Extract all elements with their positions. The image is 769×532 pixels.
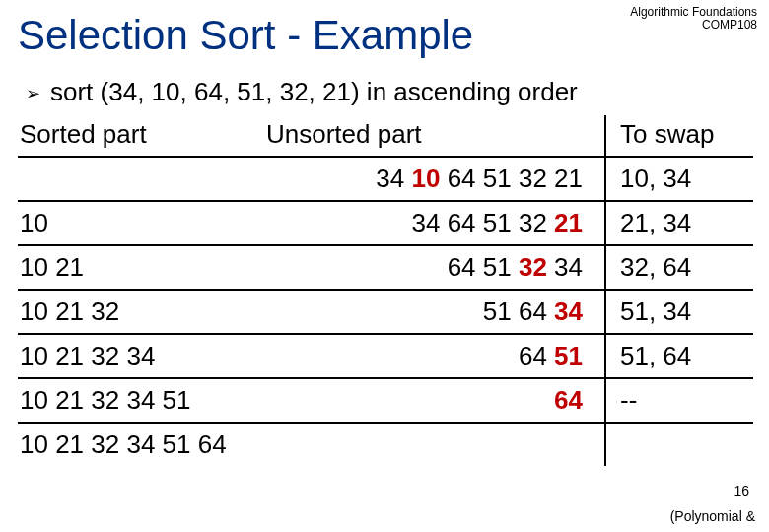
sorted-cell: 10 21	[18, 245, 264, 290]
slide-subtitle: ➢sort (34, 10, 64, 51, 32, 21) in ascend…	[0, 59, 769, 115]
unsorted-cell: 51 64 34	[264, 290, 605, 334]
unsorted-cell: 34 10 64 51 32 21	[264, 157, 605, 201]
col-sorted: Sorted part	[18, 115, 264, 157]
swap-cell: --	[605, 378, 753, 423]
swap-cell: 21, 34	[605, 201, 753, 245]
min-highlight: 64	[554, 385, 583, 415]
col-swap: To swap	[605, 115, 753, 157]
swap-cell: 51, 34	[605, 290, 753, 334]
course-label: Algorithmic Foundations COMP108	[630, 6, 757, 32]
sorted-cell	[18, 157, 264, 201]
sorted-cell: 10 21 32 34	[18, 334, 264, 378]
table-row: 10 21 3251 64 3451, 34	[18, 290, 753, 334]
swap-cell: 51, 64	[605, 334, 753, 378]
sorted-cell: 10 21 32 34 51 64	[18, 423, 264, 466]
unsorted-cell: 34 64 51 32 21	[264, 201, 605, 245]
subtitle-text: sort (34, 10, 64, 51, 32, 21) in ascendi…	[50, 77, 578, 106]
course-line2: COMP108	[630, 19, 757, 32]
table-header-row: Sorted part Unsorted part To swap	[18, 115, 753, 157]
sorted-cell: 10 21 32	[18, 290, 264, 334]
unsorted-cell: 64 51	[264, 334, 605, 378]
unsorted-cell: 64 51 32 34	[264, 245, 605, 290]
unsorted-cell	[264, 423, 605, 466]
table-row: 10 2164 51 32 3432, 64	[18, 245, 753, 290]
min-highlight: 32	[519, 252, 547, 282]
min-highlight: 51	[554, 341, 583, 370]
table-row: 1034 64 51 32 2121, 34	[18, 201, 753, 245]
swap-cell: 32, 64	[605, 245, 753, 290]
col-unsorted: Unsorted part	[264, 115, 605, 157]
unsorted-cell: 64	[264, 378, 605, 423]
sorted-cell: 10	[18, 201, 264, 245]
sort-table: Sorted part Unsorted part To swap 34 10 …	[18, 115, 753, 466]
min-highlight: 21	[554, 208, 583, 237]
table-row: 10 21 32 34 5164--	[18, 378, 753, 423]
sorted-cell: 10 21 32 34 51	[18, 378, 264, 423]
min-highlight: 34	[554, 297, 583, 326]
table-row: 10 21 32 34 51 64	[18, 423, 753, 466]
bullet-icon: ➢	[26, 84, 40, 103]
table-row: 34 10 64 51 32 2110, 34	[18, 157, 753, 201]
swap-cell: 10, 34	[605, 157, 753, 201]
min-highlight: 10	[412, 164, 441, 193]
swap-cell	[605, 423, 753, 466]
table-row: 10 21 32 3464 5151, 64	[18, 334, 753, 378]
page-number: 16	[734, 483, 749, 499]
topic-fragment: (Polynomial &	[670, 508, 755, 524]
